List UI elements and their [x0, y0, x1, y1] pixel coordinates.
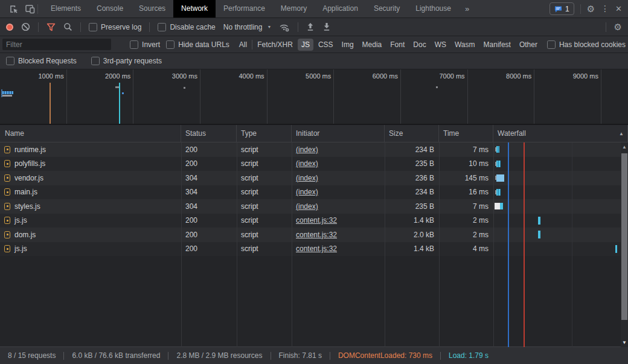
filter-type-font[interactable]: Font [386, 39, 408, 51]
filter-type-manifest[interactable]: Manifest [480, 39, 514, 51]
table-row-polyfills-js[interactable]: polyfills.js 200 script (index) 235 B 10… [0, 157, 628, 171]
tab-memory[interactable]: Memory [273, 0, 315, 18]
record-button[interactable] [6, 24, 13, 31]
column-divider[interactable] [237, 142, 237, 347]
filter-type-media[interactable]: Media [359, 39, 386, 51]
transferred-size: 6.0 kB / 76.6 kB transferred [72, 351, 160, 360]
table-row-styles-js[interactable]: styles.js 304 script (index) 235 B 7 ms [0, 199, 628, 214]
tab-performance[interactable]: Performance [216, 0, 273, 18]
has-blocked-cookies-label: Has blocked cookies [559, 40, 626, 49]
table-row-vendor-js[interactable]: vendor.js 304 script (index) 236 B 145 m… [0, 171, 628, 185]
divider [252, 40, 252, 49]
close-icon[interactable]: ✕ [615, 4, 622, 13]
network-conditions-icon[interactable] [279, 22, 290, 32]
tab-security[interactable]: Security [366, 0, 408, 18]
preserve-log-checkbox[interactable]: Preserve log [89, 23, 141, 31]
request-size: 2.0 kB [385, 231, 439, 239]
filter-funnel-icon[interactable] [46, 23, 56, 31]
filter-type-ws[interactable]: WS [431, 39, 450, 51]
initiator-link[interactable]: (index) [296, 174, 318, 182]
invert-checkbox[interactable]: Invert [130, 40, 160, 49]
column-header-initiator[interactable]: Initiator [292, 125, 385, 142]
throttling-dropdown[interactable]: No throttling ▼ [223, 23, 272, 31]
table-row-dom-js[interactable]: dom.js 200 script content.js:32 2.0 kB 2… [0, 228, 628, 242]
column-header-size[interactable]: Size [385, 125, 439, 142]
script-file-icon [4, 203, 10, 210]
filter-type-js[interactable]: JS [298, 39, 313, 51]
column-header-status[interactable]: Status [181, 125, 237, 142]
filter-type-css[interactable]: CSS [315, 39, 337, 51]
initiator-link[interactable]: (index) [296, 159, 318, 168]
disable-cache-checkbox[interactable]: Disable cache [158, 23, 215, 31]
column-divider[interactable] [439, 142, 440, 347]
finish-time: Finish: 7.81 s [279, 351, 322, 360]
initiator-link[interactable]: (index) [296, 202, 318, 211]
script-file-icon [4, 245, 10, 252]
request-status: 304 [181, 202, 237, 211]
divider [168, 352, 168, 360]
column-header-type[interactable]: Type [237, 125, 292, 142]
requests-table-body: runtime.js 200 script (index) 234 B 7 ms… [0, 142, 628, 347]
device-toolbar-icon[interactable] [22, 1, 37, 17]
initiator-link[interactable]: content.js:32 [296, 231, 337, 239]
hide-data-urls-checkbox[interactable]: Hide data URLs [166, 40, 229, 49]
network-overview-timeline[interactable]: 1000 ms 2000 ms 3000 ms 4000 ms 5000 ms … [0, 69, 628, 125]
request-name: dom.js [14, 231, 36, 239]
third-party-requests-checkbox[interactable]: 3rd-party requests [91, 57, 162, 65]
tab-network[interactable]: Network [173, 0, 216, 18]
clear-icon[interactable] [21, 22, 30, 31]
filter-type-wasm[interactable]: Wasm [451, 39, 479, 51]
initiator-link[interactable]: (index) [296, 145, 318, 154]
table-row-js-js[interactable]: js.js 200 script content.js:32 1.4 kB 2 … [0, 214, 628, 228]
sort-ascending-icon[interactable]: ▲ [619, 131, 624, 136]
export-har-icon[interactable] [322, 22, 331, 31]
initiator-link[interactable]: content.js:32 [296, 216, 337, 225]
table-row-main-js[interactable]: main.js 304 script (index) 234 B 16 ms [0, 185, 628, 200]
dom-content-loaded-line [50, 83, 51, 124]
initiator-link[interactable]: (index) [296, 188, 318, 196]
more-tabs-icon[interactable]: » [459, 0, 475, 18]
feedback-bubble-icon [554, 5, 562, 13]
kebab-menu-icon[interactable]: ⋮ [601, 4, 609, 13]
filter-input[interactable] [2, 39, 111, 50]
network-toolbar: Preserve log Disable cache No throttling… [0, 18, 628, 36]
tab-console[interactable]: Console [89, 0, 131, 18]
column-header-waterfall[interactable]: Waterfall [493, 125, 628, 142]
devtools-tab-bar: Elements Console Sources Network Perform… [0, 0, 628, 18]
settings-gear-icon[interactable]: ⚙ [587, 4, 595, 13]
column-divider[interactable] [385, 142, 385, 347]
filter-type-doc[interactable]: Doc [409, 39, 429, 51]
scroll-down-icon[interactable]: ▼ [621, 340, 628, 345]
filter-type-img[interactable]: Img [338, 39, 357, 51]
table-row-js-js-2[interactable]: js.js 200 script content.js:32 1.4 kB 4 … [0, 242, 628, 257]
import-har-icon[interactable] [306, 22, 315, 31]
tab-sources[interactable]: Sources [131, 0, 173, 18]
filter-type-fetchxhr[interactable]: Fetch/XHR [254, 39, 296, 51]
table-row-runtime-js[interactable]: runtime.js 200 script (index) 234 B 7 ms [0, 142, 628, 157]
tab-elements[interactable]: Elements [43, 0, 89, 18]
column-divider[interactable] [292, 142, 292, 347]
tab-lighthouse[interactable]: Lighthouse [408, 0, 459, 18]
scroll-up-icon[interactable]: ▲ [621, 144, 628, 150]
vertical-scrollbar[interactable]: ▲ ▼ [621, 142, 628, 347]
request-type: script [237, 231, 292, 239]
issues-badge[interactable]: 1 [550, 2, 574, 15]
filter-type-all[interactable]: All [236, 39, 251, 51]
has-blocked-cookies-checkbox[interactable]: Has blocked cookies [547, 40, 626, 49]
filter-type-other[interactable]: Other [516, 39, 541, 51]
scrollbar-thumb[interactable] [621, 153, 627, 320]
blocked-requests-checkbox[interactable]: Blocked Requests [6, 57, 77, 65]
waterfall-bar [495, 203, 500, 209]
column-divider[interactable] [493, 142, 494, 347]
tab-application[interactable]: Application [315, 0, 366, 18]
column-header-name[interactable]: Name [0, 125, 181, 142]
request-type: script [237, 145, 292, 154]
network-settings-gear-icon[interactable]: ⚙ [614, 22, 622, 31]
initiator-link[interactable]: content.js:32 [296, 244, 337, 253]
blocked-requests-bar: Blocked Requests 3rd-party requests [0, 53, 628, 69]
checkbox-icon [547, 40, 556, 49]
search-icon[interactable] [63, 22, 72, 31]
column-divider[interactable] [181, 142, 182, 347]
column-header-time[interactable]: Time [439, 125, 493, 142]
inspect-element-icon[interactable] [6, 1, 22, 17]
